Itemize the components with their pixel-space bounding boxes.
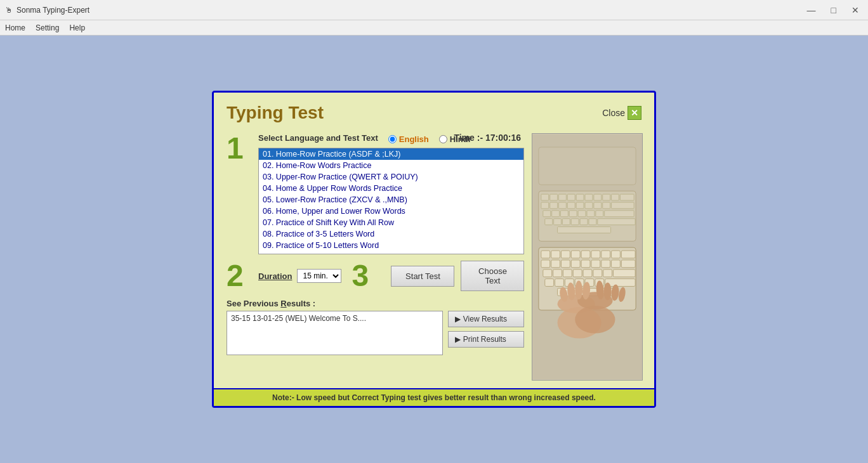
window-close-button[interactable]: ✕ <box>848 4 863 16</box>
svg-rect-27 <box>614 270 636 277</box>
svg-rect-13 <box>562 260 570 268</box>
typing-test-dialog: Typing Test Close ✕ Time :- 17:00:16 1 <box>212 91 656 408</box>
english-radio-label[interactable]: English <box>388 134 429 144</box>
svg-rect-62 <box>568 202 575 209</box>
svg-rect-10 <box>622 251 636 258</box>
choose-text-button[interactable]: Choose Text <box>461 261 524 291</box>
duration-label: Duration <box>258 271 292 281</box>
menu-setting[interactable]: Setting <box>36 23 59 32</box>
menu-help[interactable]: Help <box>69 23 85 32</box>
step3-number: 3 <box>352 261 377 291</box>
app-icon: 🖱 <box>5 6 13 15</box>
time-label: Time :- 17:00:16 <box>454 133 521 143</box>
svg-rect-73 <box>587 211 595 217</box>
note-text: Note:- Low speed but Correct Typing test… <box>272 393 596 402</box>
prev-results-section: See Previous Results : 35-15 13-01-25 (W… <box>227 299 524 355</box>
results-row: 35-15 13-01-25 (WEL) Welcome To S.... ▶ … <box>227 311 524 355</box>
title-bar-left: 🖱 Sonma Typing-Expert <box>5 6 89 15</box>
minimize-button[interactable]: — <box>803 4 820 16</box>
svg-rect-7 <box>591 251 600 258</box>
svg-rect-71 <box>570 211 577 217</box>
svg-rect-53 <box>577 194 584 200</box>
keyboard-image <box>532 133 643 381</box>
svg-rect-5 <box>572 251 581 258</box>
svg-rect-12 <box>551 260 560 268</box>
svg-rect-82 <box>598 219 635 225</box>
buttons-section: Start Test Choose Text <box>391 261 524 291</box>
svg-rect-67 <box>612 202 635 209</box>
svg-rect-26 <box>603 270 612 277</box>
svg-rect-20 <box>543 270 552 277</box>
section2-3-row: 2 Duration 5 min. 10 min. 15 min. 20 min… <box>227 261 524 291</box>
svg-rect-9 <box>612 251 621 258</box>
list-item[interactable]: 04. Home & Upper Row Words Practice <box>259 183 523 194</box>
svg-rect-57 <box>612 194 619 200</box>
svg-rect-68 <box>543 211 551 217</box>
svg-rect-15 <box>582 260 591 268</box>
title-bar: 🖱 Sonma Typing-Expert — □ ✕ <box>0 0 868 20</box>
dialog-close-button[interactable]: ✕ <box>628 106 641 120</box>
svg-rect-18 <box>612 260 621 268</box>
svg-rect-52 <box>568 194 575 200</box>
list-item[interactable]: 03. Upper-Row Practice (QWERT & POIUY) <box>259 171 523 183</box>
list-item[interactable]: 10. A to Z Letters Sentence Practice <box>259 251 523 254</box>
dialog-header: Typing Test Close ✕ <box>227 103 641 123</box>
list-item[interactable]: 08. Practice of 3-5 Letters Word <box>259 228 523 240</box>
maximize-button[interactable]: □ <box>827 4 840 16</box>
desktop: Typing Test Close ✕ Time :- 17:00:16 1 <box>0 36 868 463</box>
svg-rect-58 <box>621 194 635 200</box>
svg-rect-61 <box>559 202 567 209</box>
close-area: Close ✕ <box>602 106 641 120</box>
svg-rect-50 <box>550 194 558 200</box>
svg-rect-66 <box>603 202 610 209</box>
svg-rect-78 <box>563 219 570 225</box>
content-row: 1 Select Language and Test Text English <box>227 133 641 381</box>
step2-number: 2 <box>227 261 252 291</box>
svg-rect-77 <box>554 219 562 225</box>
title-bar-controls: — □ ✕ <box>803 4 863 16</box>
svg-rect-3 <box>551 251 560 258</box>
keyboard-svg <box>532 133 642 381</box>
svg-rect-65 <box>594 202 602 209</box>
svg-rect-11 <box>541 260 550 268</box>
list-item[interactable]: 01. Home-Row Practice (ASDF & ;LKJ) <box>259 148 523 160</box>
time-display: Time :- 17:00:16 <box>454 132 521 143</box>
svg-rect-6 <box>582 251 591 258</box>
list-item[interactable]: 05. Lower-Row Practice (ZXCV & .,MNB) <box>259 194 523 205</box>
svg-rect-54 <box>585 194 593 200</box>
prev-results-label: See Previous Results : <box>227 299 524 308</box>
svg-rect-76 <box>545 219 553 225</box>
svg-rect-60 <box>550 202 558 209</box>
duration-select[interactable]: 5 min. 10 min. 15 min. 20 min. 30 min. 4… <box>297 269 341 283</box>
results-text: 35-15 13-01-25 (WEL) Welcome To S.... <box>227 311 443 355</box>
english-radio[interactable] <box>388 135 397 143</box>
menu-home[interactable]: Home <box>5 23 25 32</box>
print-results-button[interactable]: ▶ Print Results <box>448 331 524 348</box>
list-item[interactable]: 09. Practice of 5-10 Letters Word <box>259 240 523 251</box>
svg-point-40 <box>575 281 583 300</box>
svg-rect-17 <box>602 260 610 268</box>
svg-point-47 <box>575 306 615 333</box>
section1-content: Select Language and Test Text English Hi… <box>258 133 524 254</box>
svg-rect-83 <box>558 227 611 233</box>
svg-rect-2 <box>541 251 550 258</box>
svg-rect-55 <box>594 194 602 200</box>
duration-content: Duration 5 min. 10 min. 15 min. 20 min. … <box>258 269 341 283</box>
step1-number: 1 <box>227 133 252 164</box>
svg-rect-59 <box>541 202 549 209</box>
svg-rect-8 <box>602 251 610 258</box>
hindi-radio[interactable] <box>439 135 447 143</box>
section1-label: Select Language and Test Text <box>258 133 378 143</box>
svg-rect-21 <box>553 270 562 277</box>
svg-rect-22 <box>563 270 572 277</box>
test-text-listbox[interactable]: 01. Home-Row Practice (ASDF & ;LKJ) 02. … <box>258 148 524 254</box>
view-results-button[interactable]: ▶ View Results <box>448 311 524 327</box>
list-item[interactable]: 02. Home-Row Wodrs Practice <box>259 160 523 171</box>
svg-rect-49 <box>541 194 549 200</box>
start-test-button[interactable]: Start Test <box>391 266 454 287</box>
list-item[interactable]: 06. Home, Upper and Lower Row Words <box>259 205 523 217</box>
right-panel <box>532 133 643 381</box>
svg-rect-70 <box>561 211 569 217</box>
list-item[interactable]: 07. Practice of Shift Key With All Row <box>259 217 523 228</box>
svg-rect-51 <box>559 194 567 200</box>
